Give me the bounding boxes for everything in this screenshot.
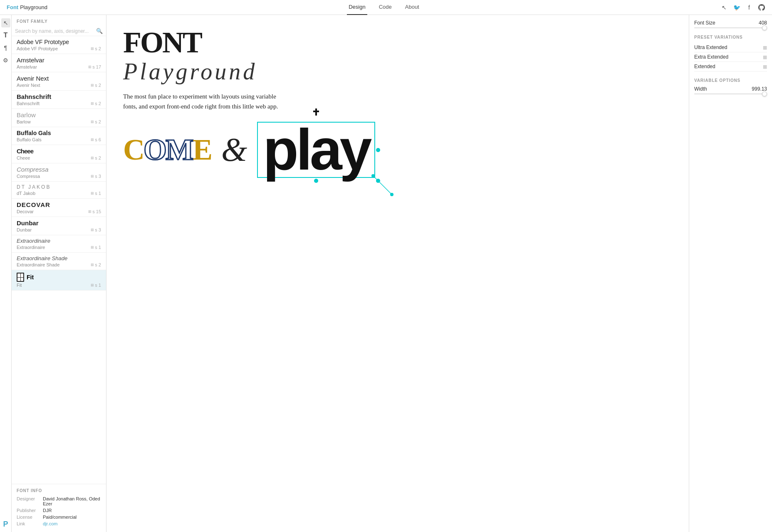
- come-e: E: [193, 135, 211, 165]
- nav-code[interactable]: Code: [377, 0, 393, 15]
- resize-dot-bottom[interactable]: [314, 179, 318, 183]
- font-item-axes: ⊞s 2: [91, 83, 101, 88]
- font-item-axes: ⊞s 2: [91, 155, 101, 160]
- canvas-subtitle: The most fun place to experiment with la…: [123, 91, 290, 112]
- width-value: 999.13: [752, 86, 767, 92]
- font-size-thumb[interactable]: [762, 25, 767, 30]
- cursor-icon[interactable]: ↖: [720, 4, 728, 11]
- font-item-bahnschrift[interactable]: Bahnschrift Bahnschrift ⊞s 2: [12, 91, 106, 109]
- topbar-nav: Design Code About: [347, 0, 421, 15]
- font-item-meta: Buffalo Gals ⊞s 6: [17, 137, 101, 142]
- font-item-sub: Extraordinaire Shade: [17, 262, 59, 267]
- nav-design[interactable]: Design: [347, 0, 367, 15]
- preset-ultra-extended-icon: ▦: [763, 45, 767, 50]
- font-item-sub: Adobe VF Prototype: [17, 46, 58, 51]
- font-item-sub: Dunbar: [17, 227, 32, 232]
- font-size-label: Font Size: [694, 20, 715, 26]
- designer-row: Designer David Jonathan Ross, Oded Ezer: [17, 496, 101, 506]
- preset-extended-icon: ▦: [763, 64, 767, 69]
- preset-ultra-extended-label: Ultra Extended: [694, 44, 727, 50]
- play-box[interactable]: play: [257, 122, 375, 178]
- font-item-meta: Bahnschrift ⊞s 2: [17, 101, 101, 106]
- font-item-name: Fit: [17, 273, 101, 282]
- font-playground-logo[interactable]: P: [1, 520, 10, 529]
- font-item-axes: ⊞s 2: [91, 46, 101, 51]
- play-text: play: [263, 126, 369, 174]
- brand-font: Font: [7, 4, 18, 10]
- font-item-adobe-vf[interactable]: Adobe VF Prototype Adobe VF Prototype ⊞s…: [12, 36, 106, 54]
- font-item-sub: dT Jakob: [17, 191, 35, 196]
- search-input[interactable]: [15, 28, 96, 34]
- license-label: License: [17, 515, 40, 520]
- preset-extra-extended[interactable]: Extra Extended ▦: [694, 52, 767, 62]
- canvas-area[interactable]: FONT Playground The most fun place to ex…: [106, 15, 689, 532]
- resize-dot-right[interactable]: [376, 148, 380, 152]
- width-label: Width: [694, 86, 707, 92]
- svg-point-1: [371, 174, 375, 177]
- width-slider[interactable]: [694, 94, 767, 94]
- font-size-section: Font Size 408: [694, 20, 767, 28]
- font-item-axes: ⊞s 1: [91, 191, 101, 196]
- font-item-name: Buffalo Gals: [17, 130, 101, 136]
- text-tool[interactable]: T: [1, 31, 10, 40]
- preset-extra-extended-label: Extra Extended: [694, 54, 728, 60]
- nav-about[interactable]: About: [403, 0, 421, 15]
- shapes-tool[interactable]: ⚙: [1, 56, 10, 65]
- designer-value: David Jonathan Ross, Oded Ezer: [43, 496, 101, 506]
- font-item-barlow[interactable]: Barlow Barlow ⊞s 2: [12, 109, 106, 127]
- cursor-cross: [313, 108, 319, 116]
- font-info-header: FONT INFO: [17, 488, 101, 493]
- font-item-meta: Fit ⊞s 1: [17, 283, 101, 288]
- preset-ultra-extended[interactable]: Ultra Extended ▦: [694, 43, 767, 52]
- preset-extended[interactable]: Extended ▦: [694, 62, 767, 71]
- font-item-sub: Decovar: [17, 209, 34, 214]
- font-item-cheee[interactable]: Cheee Cheee ⊞s 2: [12, 145, 106, 163]
- preset-extended-label: Extended: [694, 64, 715, 69]
- github-icon[interactable]: [758, 4, 765, 11]
- come-o: O: [144, 135, 166, 165]
- font-item-meta: Compressa ⊞s 3: [17, 174, 101, 179]
- font-item-buffalo-gals[interactable]: Buffalo Gals Buffalo Gals ⊞s 6: [12, 127, 106, 145]
- font-item-extraordinaire-shade[interactable]: Extraordinaire Shade Extraordinaire Shad…: [12, 253, 106, 270]
- preset-section: PRESET VARIATIONS Ultra Extended ▦ Extra…: [694, 35, 767, 71]
- font-item-name: Cheee: [17, 148, 101, 155]
- font-item-meta: Avenir Next ⊞s 2: [17, 83, 101, 88]
- twitter-icon[interactable]: 🐦: [733, 4, 740, 11]
- resize-arrow: [371, 174, 396, 199]
- font-item-dunbar[interactable]: Dunbar Dunbar ⊞s 3: [12, 217, 106, 235]
- sidebar: FONT FAMILY 🔍 Adobe VF Prototype Adobe V…: [12, 15, 106, 532]
- font-size-slider[interactable]: [694, 27, 767, 28]
- come-text: C O M E: [123, 135, 211, 165]
- variable-section: VARIABLE OPTIONS Width 999.13: [694, 78, 767, 94]
- link-value[interactable]: djr.com: [43, 521, 57, 526]
- license-row: License Paid/commercial: [17, 515, 101, 520]
- font-item-meta: Cheee ⊞s 2: [17, 155, 101, 160]
- cursor-tool[interactable]: ↖: [1, 18, 10, 27]
- license-value: Paid/commercial: [43, 515, 77, 520]
- font-item-dt-jakob[interactable]: DT JAKOB dT Jakob ⊞s 1: [12, 182, 106, 199]
- font-item-compressa[interactable]: Compressa Compressa ⊞s 3: [12, 163, 106, 182]
- font-list-panel: FONT FAMILY 🔍 Adobe VF Prototype Adobe V…: [12, 15, 106, 484]
- font-item-name: Extraordinaire: [17, 238, 101, 244]
- font-item-decovar[interactable]: DECOVAR Decovar ⊞s 15: [12, 199, 106, 217]
- font-item-amstelvar[interactable]: Amstelvar Amstelvar ⊞s 17: [12, 54, 106, 72]
- width-thumb[interactable]: [762, 91, 767, 96]
- font-item-name: Compressa: [17, 166, 101, 173]
- font-item-name: Amstelvar: [17, 57, 101, 64]
- play-container: play: [257, 122, 375, 178]
- come-m: M: [166, 135, 193, 165]
- font-item-fit[interactable]: Fit Fit ⊞s 1: [12, 270, 106, 291]
- search-icon[interactable]: 🔍: [96, 28, 103, 34]
- font-item-extraordinaire[interactable]: Extraordinaire Extraordinaire ⊞s 1: [12, 235, 106, 253]
- search-row: 🔍: [12, 26, 106, 36]
- font-item-meta: Dunbar ⊞s 3: [17, 227, 101, 232]
- font-item-sub: Fit: [17, 283, 22, 288]
- font-item-meta: Barlow ⊞s 2: [17, 119, 101, 124]
- font-item-axes: ⊞s 17: [88, 64, 101, 69]
- font-item-avenir-next[interactable]: Avenir Next Avenir Next ⊞s 2: [12, 72, 106, 91]
- paragraph-tool[interactable]: ¶: [1, 43, 10, 52]
- font-item-name: Extraordinaire Shade: [17, 255, 101, 261]
- facebook-icon[interactable]: f: [745, 4, 753, 11]
- right-panel: Font Size 408 PRESET VARIATIONS Ultra Ex…: [689, 15, 772, 532]
- canvas-title1: FONT: [123, 26, 201, 59]
